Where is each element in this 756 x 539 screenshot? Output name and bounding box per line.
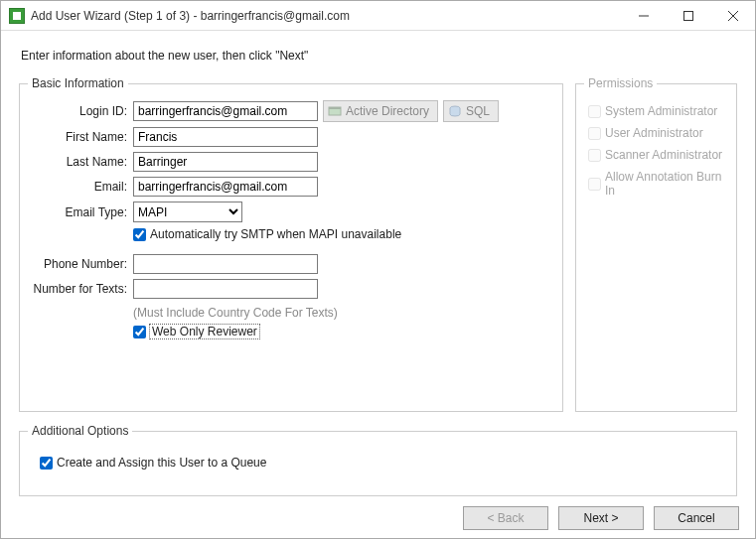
permissions-legend: Permissions xyxy=(584,76,657,90)
web-only-reviewer-checkbox[interactable]: Web Only Reviewer xyxy=(133,325,259,338)
sql-icon xyxy=(448,104,462,118)
perm-scanner-admin: Scanner Administrator xyxy=(588,148,728,162)
basic-legend: Basic Information xyxy=(28,76,128,90)
svg-rect-5 xyxy=(329,107,341,109)
login-label: Login ID: xyxy=(28,104,133,118)
window-title: Add User Wizard (Step 1 of 3) - barringe… xyxy=(31,9,621,23)
perm-annotation-burn: Allow Annotation Burn In xyxy=(588,170,728,198)
next-button[interactable]: Next > xyxy=(558,506,644,530)
perm-system-admin: System Administrator xyxy=(588,104,728,118)
last-name-label: Last Name: xyxy=(28,155,133,169)
phone-label: Phone Number: xyxy=(28,257,133,271)
basic-information-group: Basic Information Login ID: Active Direc… xyxy=(19,76,563,412)
create-assign-queue-checkbox[interactable]: Create and Assign this User to a Queue xyxy=(28,448,728,487)
dialog-footer: < Back Next > Cancel xyxy=(1,496,755,539)
svg-rect-1 xyxy=(683,11,692,20)
email-type-select[interactable]: MAPI xyxy=(133,202,242,222)
permissions-group: Permissions System Administrator User Ad… xyxy=(575,76,737,412)
texts-input[interactable] xyxy=(133,279,318,299)
first-name-label: First Name: xyxy=(28,130,133,144)
app-icon xyxy=(9,8,25,24)
email-label: Email: xyxy=(28,180,133,194)
instruction-text: Enter information about the new user, th… xyxy=(19,41,737,76)
minimize-button[interactable] xyxy=(621,1,666,30)
texts-label: Number for Texts: xyxy=(28,282,133,296)
cancel-button[interactable]: Cancel xyxy=(654,506,739,530)
smtp-fallback-checkbox[interactable]: Automatically try SMTP when MAPI unavail… xyxy=(133,227,401,241)
perm-user-admin: User Administrator xyxy=(588,126,728,140)
last-name-input[interactable] xyxy=(133,152,318,172)
maximize-button[interactable] xyxy=(666,1,710,30)
first-name-input[interactable] xyxy=(133,127,318,147)
phone-input[interactable] xyxy=(133,254,318,274)
texts-hint: (Must Include Country Code For Texts) xyxy=(133,306,338,320)
email-type-label: Email Type: xyxy=(28,205,133,219)
login-id-input[interactable] xyxy=(133,101,318,121)
sql-button[interactable]: SQL xyxy=(443,100,499,122)
additional-options-group: Additional Options Create and Assign thi… xyxy=(19,424,737,496)
active-directory-icon xyxy=(328,104,342,118)
title-bar: Add User Wizard (Step 1 of 3) - barringe… xyxy=(1,1,755,31)
close-button[interactable] xyxy=(710,1,755,30)
back-button[interactable]: < Back xyxy=(463,506,548,530)
email-input[interactable] xyxy=(133,177,318,197)
active-directory-button[interactable]: Active Directory xyxy=(323,100,438,122)
additional-legend: Additional Options xyxy=(28,424,132,438)
